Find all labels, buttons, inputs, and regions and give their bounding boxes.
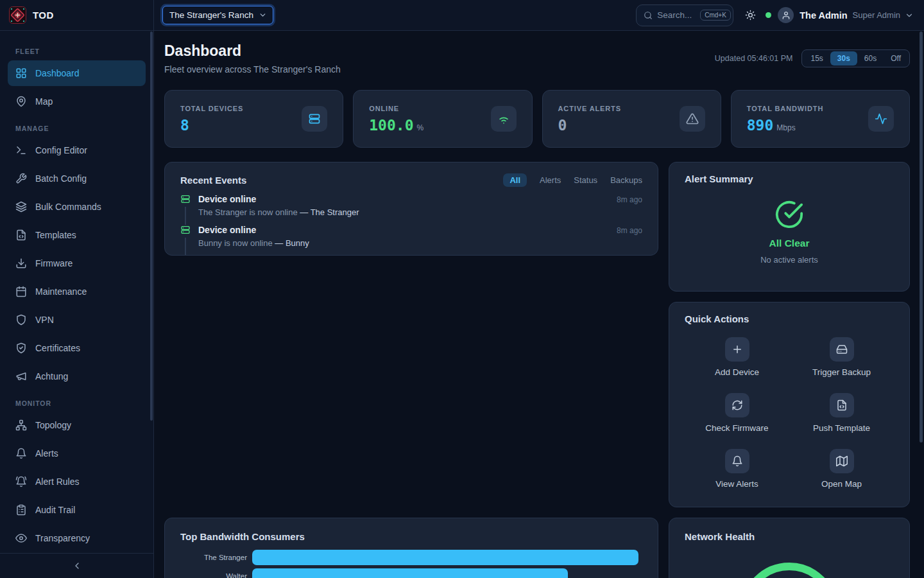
site-selector[interactable]: The Stranger's Ranch <box>162 6 273 24</box>
check-firmware-button[interactable]: Check Firmware <box>685 393 789 433</box>
sidebar-item-transparency[interactable]: Transparency <box>8 525 146 551</box>
sidebar-item-label: Bulk Commands <box>35 202 101 212</box>
view-alerts-button[interactable]: View Alerts <box>685 449 789 489</box>
download-icon <box>15 258 27 269</box>
sidebar-item-batch-config[interactable]: Batch Config <box>8 166 146 191</box>
recent-events-title: Recent Events <box>180 175 246 186</box>
file-code-icon <box>830 393 854 417</box>
event-description-text: The Stranger is now online <box>198 207 298 217</box>
open-map-button[interactable]: Open Map <box>789 449 894 489</box>
shield-icon <box>15 314 27 326</box>
check-circle-icon <box>774 200 804 229</box>
sidebar-item-alerts[interactable]: Alerts <box>8 441 146 466</box>
search-box[interactable]: Cmd+K <box>636 4 733 26</box>
event-title: Device online <box>198 225 256 235</box>
sidebar-item-topology[interactable]: Topology <box>8 412 146 438</box>
quick-action-label: Trigger Backup <box>812 367 871 377</box>
sidebar-item-audit-trail[interactable]: Audit Trail <box>8 497 146 523</box>
layers-icon <box>15 201 27 213</box>
event-description: Bunny is now online — Bunny <box>198 238 642 248</box>
sidebar-item-vpn[interactable]: VPN <box>8 307 146 333</box>
sidebar-item-label: Templates <box>35 230 76 240</box>
alert-status-text: All Clear <box>769 238 810 249</box>
main-scrollbar-thumb[interactable] <box>920 31 923 442</box>
event-device-name: — Bunny <box>275 238 309 248</box>
search-input[interactable] <box>657 10 696 20</box>
filter-tab-status[interactable]: Status <box>574 175 597 185</box>
stat-value: 100.0 <box>369 117 413 134</box>
refresh-option-30s[interactable]: 30s <box>830 51 857 66</box>
filter-tab-alerts[interactable]: Alerts <box>540 175 561 185</box>
main-scrollbar[interactable] <box>920 31 923 577</box>
push-template-button[interactable]: Push Template <box>789 393 894 433</box>
bar-label: Walter <box>180 572 252 578</box>
stat-label: ONLINE <box>369 105 424 112</box>
stat-label: ACTIVE ALERTS <box>558 105 621 112</box>
chevron-left-icon <box>72 561 82 571</box>
event-time: 8m ago <box>617 226 642 235</box>
sidebar-item-dashboard[interactable]: Dashboard <box>8 60 146 86</box>
clipboard-list-icon <box>15 504 27 516</box>
network-health-card: Network Health 100 <box>669 518 910 578</box>
theme-toggle-button[interactable] <box>745 10 756 21</box>
alert-summary-card: Alert Summary All Clear No active alerts <box>669 162 910 292</box>
sidebar-scrollbar[interactable] <box>150 31 153 574</box>
event-title: Device online <box>198 194 256 204</box>
user-menu[interactable]: The Admin Super Admin <box>778 7 914 23</box>
file-code-icon <box>15 229 27 241</box>
network-icon <box>15 419 27 431</box>
user-name: The Admin <box>800 10 847 21</box>
sidebar-item-firmware[interactable]: Firmware <box>8 250 146 276</box>
add-device-button[interactable]: Add Device <box>685 337 789 377</box>
stat-suffix: % <box>417 123 424 132</box>
stat-suffix: Mbps <box>776 123 795 132</box>
network-health-gauge: 100 <box>685 547 894 578</box>
chevron-down-icon <box>259 11 267 19</box>
sidebar-scrollbar-thumb[interactable] <box>150 31 153 421</box>
sidebar-item-maintenance[interactable]: Maintenance <box>8 279 146 304</box>
refresh-option-60s[interactable]: 60s <box>857 51 884 66</box>
page-subtitle: Fleet overview across The Stranger's Ran… <box>164 64 341 74</box>
sidebar-item-label: Audit Trail <box>35 505 75 515</box>
sidebar-item-label: Topology <box>35 420 71 430</box>
nav-section-monitor: MONITOR <box>15 399 138 407</box>
page-header: Dashboard Fleet overview across The Stra… <box>164 42 910 74</box>
refresh-option-off[interactable]: Off <box>884 51 908 66</box>
trigger-backup-button[interactable]: Trigger Backup <box>789 337 894 377</box>
sidebar-item-certificates[interactable]: Certificates <box>8 335 146 361</box>
quick-action-label: Open Map <box>821 479 862 489</box>
sidebar: TOD FLEET Dashboard Map MANAGE <box>0 0 154 578</box>
sidebar-item-achtung[interactable]: Achtung <box>8 363 146 389</box>
sidebar-item-bulk-commands[interactable]: Bulk Commands <box>8 194 146 220</box>
alert-triangle-icon <box>680 106 705 132</box>
layout-grid-icon <box>15 67 27 79</box>
sidebar-item-label: Batch Config <box>35 173 87 184</box>
sidebar-item-label: Certificates <box>35 343 80 353</box>
topbar-right: Cmd+K The Admin Super Admin <box>636 4 914 26</box>
app-name: TOD <box>33 10 54 21</box>
site-selector-value: The Stranger's Ranch <box>169 10 253 20</box>
bar-label: The Stranger <box>180 554 252 561</box>
filter-tab-all[interactable]: All <box>503 173 527 187</box>
stat-card-active-alerts: ACTIVE ALERTS 0 <box>542 90 721 148</box>
stat-value: 0 <box>558 117 567 134</box>
quick-actions-card: Quick Actions Add Device <box>669 302 910 507</box>
sidebar-item-config-editor[interactable]: Config Editor <box>8 137 146 163</box>
refresh-icon <box>725 393 749 417</box>
filter-tab-backups[interactable]: Backups <box>610 175 642 185</box>
refresh-option-15s[interactable]: 15s <box>803 51 830 66</box>
sidebar-item-map[interactable]: Map <box>8 89 146 114</box>
sidebar-item-label: VPN <box>35 315 54 325</box>
map-icon <box>830 449 854 473</box>
updated-timestamp: Updated 05:46:01 PM <box>715 54 793 63</box>
sidebar-item-alert-rules[interactable]: Alert Rules <box>8 469 146 495</box>
sidebar-collapse-button[interactable] <box>0 553 153 578</box>
shield-check-icon <box>15 342 27 354</box>
sidebar-item-label: Map <box>35 96 53 107</box>
main-area: The Stranger's Ranch Cmd+K The <box>154 0 924 578</box>
app-root: TOD FLEET Dashboard Map MANAGE <box>0 0 924 578</box>
stat-card-total-bandwidth: TOTAL BANDWIDTH 890 Mbps <box>731 90 910 148</box>
sidebar-item-templates[interactable]: Templates <box>8 222 146 248</box>
sidebar-item-label: Maintenance <box>35 286 87 297</box>
calendar-icon <box>15 286 27 297</box>
